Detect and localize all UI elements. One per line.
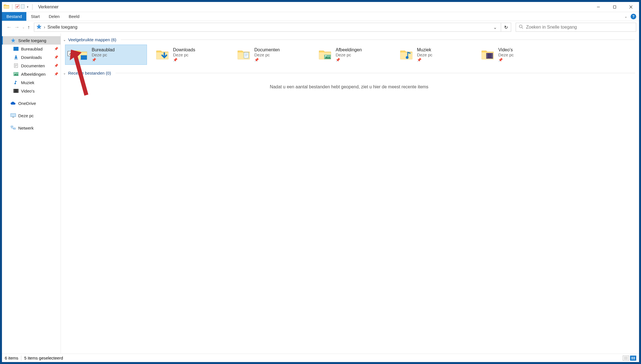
sidebar-item-label: Documenten: [21, 63, 45, 68]
close-button[interactable]: [623, 2, 639, 12]
divider: [12, 4, 12, 10]
folder-tile[interactable]: ✓DownloadsDeze pc📌: [147, 45, 228, 64]
svg-rect-56: [631, 358, 633, 359]
svg-rect-44: [487, 56, 487, 56]
folder-tile[interactable]: ✓AfbeeldingenDeze pc📌: [309, 45, 391, 64]
network-icon: [10, 125, 16, 131]
details-view-button[interactable]: [623, 356, 629, 361]
sidebar-label: Netwerk: [18, 126, 34, 130]
sidebar-item-pictures[interactable]: Afbeeldingen 📌: [2, 70, 61, 78]
sidebar-label: OneDrive: [18, 101, 36, 106]
tab-file[interactable]: Bestand: [2, 12, 26, 21]
sidebar-item-downloads[interactable]: Downloads 📌: [2, 53, 61, 61]
svg-point-19: [15, 73, 15, 74]
music-icon: [13, 80, 19, 85]
folder-icon: [399, 47, 414, 62]
pin-icon: 📌: [54, 47, 58, 51]
tab-share[interactable]: Delen: [44, 12, 64, 21]
search-box[interactable]: Zoeken in Snelle toegang: [516, 23, 636, 32]
sidebar-network[interactable]: Netwerk: [2, 124, 61, 132]
address-row: ← → ⌄ ↑ › Snelle toegang ⌄ ↻ Zoeken in S…: [2, 21, 639, 33]
tab-start[interactable]: Start: [26, 12, 44, 21]
documents-icon: [13, 63, 19, 68]
svg-point-40: [406, 56, 409, 59]
folder-tile[interactable]: ✓MuziekDeze pc📌: [391, 45, 472, 64]
new-folder-icon[interactable]: [21, 4, 25, 10]
sidebar-item-music[interactable]: Muziek: [2, 78, 61, 87]
svg-line-9: [522, 27, 523, 29]
divider: [32, 4, 33, 10]
folder-tile[interactable]: ✓Video'sDeze pc📌: [472, 45, 553, 64]
pin-icon: 📌: [417, 58, 432, 62]
recent-locations-dropdown[interactable]: ⌄: [22, 26, 25, 29]
folder-grid: ✓BureaubladDeze pc📌✓DownloadsDeze pc📌✓Do…: [63, 43, 635, 70]
sidebar-item-label: Video's: [21, 89, 34, 93]
tab-view[interactable]: Beeld: [64, 12, 84, 21]
svg-marker-10: [11, 38, 15, 43]
svg-rect-32: [81, 55, 87, 60]
svg-rect-46: [492, 54, 492, 54]
refresh-button[interactable]: ↻: [501, 23, 511, 32]
folder-location: Deze pc: [417, 52, 432, 57]
checkbox-icon[interactable]: ✓: [68, 51, 73, 56]
folder-name: Bureaublad: [92, 47, 115, 52]
address-bar[interactable]: › Snelle toegang ⌄: [34, 23, 501, 32]
pin-icon: 📌: [54, 55, 58, 59]
onedrive-icon: [10, 100, 16, 106]
sidebar-onedrive[interactable]: OneDrive: [2, 99, 61, 107]
status-item-count: 6 items: [5, 356, 18, 360]
sidebar-item-label: Afbeeldingen: [21, 72, 46, 77]
sidebar-label: Snelle toegang: [18, 38, 46, 43]
status-selected-count: 5 items geselecteerd: [24, 356, 63, 360]
window-title: Verkenner: [36, 4, 59, 10]
folder-icon: [74, 47, 88, 62]
forward-button[interactable]: →: [14, 24, 19, 30]
svg-rect-22: [14, 89, 15, 90]
svg-rect-1: [15, 4, 19, 8]
sidebar-item-desktop[interactable]: Bureaublad 📌: [2, 45, 61, 53]
thispc-icon: [10, 113, 16, 118]
section-recent-files[interactable]: ⌄ Recente bestanden (0): [63, 70, 635, 77]
view-toggle: [623, 356, 636, 361]
folder-icon: [236, 47, 251, 62]
section-frequent-folders[interactable]: ⌄ Veelgebruikte mappen (6): [63, 36, 635, 43]
folder-tile[interactable]: ✓BureaubladDeze pc📌: [65, 45, 147, 64]
sidebar-quick-access[interactable]: Snelle toegang: [2, 36, 61, 45]
svg-rect-29: [12, 117, 14, 118]
svg-rect-24: [14, 92, 15, 92]
tiles-view-button[interactable]: [630, 356, 636, 361]
sidebar-thispc[interactable]: Deze pc: [2, 111, 61, 120]
svg-rect-27: [17, 92, 18, 92]
svg-rect-49: [492, 57, 492, 57]
folder-location: Deze pc: [336, 52, 362, 57]
ribbon-collapse-icon[interactable]: ⌄: [623, 13, 628, 20]
help-button[interactable]: ?: [631, 14, 636, 19]
minimize-button[interactable]: [590, 2, 607, 12]
content-area: ⌄ Veelgebruikte mappen (6) ✓BureaubladDe…: [61, 33, 639, 354]
folder-tile[interactable]: ✓DocumentenDeze pc📌: [228, 45, 309, 64]
svg-rect-26: [17, 91, 18, 91]
explorer-app-icon: [4, 4, 9, 10]
svg-marker-7: [37, 24, 41, 29]
pin-icon: 📌: [336, 58, 362, 62]
address-dropdown-icon[interactable]: ⌄: [492, 25, 499, 30]
properties-icon[interactable]: [15, 4, 20, 10]
qat-dropdown-icon[interactable]: ▾: [26, 5, 29, 8]
folder-name: Afbeeldingen: [336, 47, 362, 52]
explorer-window: ▾ Verkenner Bestand Start Delen Beeld ⌄ …: [2, 2, 639, 362]
divider: [116, 73, 635, 73]
back-button[interactable]: ←: [6, 24, 11, 30]
status-bar: 6 items 5 items geselecteerd: [2, 354, 639, 362]
downloads-icon: [13, 54, 19, 60]
recent-empty-message: Nadat u een aantal bestanden hebt geopen…: [63, 77, 635, 97]
svg-rect-4: [614, 6, 616, 8]
sidebar-item-documents[interactable]: Documenten 📌: [2, 61, 61, 70]
maximize-button[interactable]: [607, 2, 623, 12]
folder-icon: [480, 47, 495, 62]
up-button[interactable]: ↑: [27, 24, 30, 30]
svg-rect-47: [492, 55, 492, 55]
folder-location: Deze pc: [92, 52, 115, 57]
breadcrumb-item[interactable]: Snelle toegang: [47, 25, 77, 30]
sidebar-item-videos[interactable]: Video's: [2, 87, 61, 95]
ribbon-tabs: Bestand Start Delen Beeld ⌄ ?: [2, 12, 639, 21]
